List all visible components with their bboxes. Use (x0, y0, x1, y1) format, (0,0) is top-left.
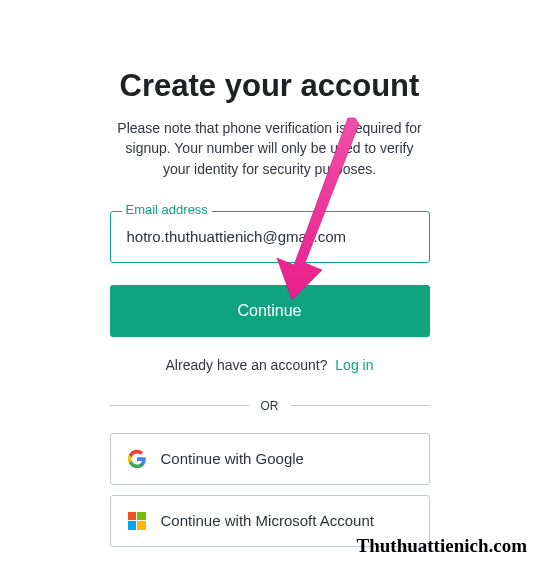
continue-button[interactable]: Continue (110, 285, 430, 337)
page-title: Create your account (110, 68, 430, 104)
google-icon (127, 449, 147, 469)
divider: OR (110, 399, 430, 413)
login-link[interactable]: Log in (335, 357, 373, 373)
divider-line-right (291, 405, 430, 406)
signup-form-container: Create your account Please note that pho… (110, 0, 430, 547)
watermark-text: Thuthuattienich.com (357, 535, 528, 557)
email-input-group: Email address (110, 211, 430, 263)
login-prompt-row: Already have an account? Log in (110, 357, 430, 373)
login-prompt-text: Already have an account? (166, 357, 328, 373)
microsoft-button-label: Continue with Microsoft Account (161, 512, 374, 529)
google-button-label: Continue with Google (161, 450, 304, 467)
page-subtitle: Please note that phone verification is r… (110, 118, 430, 179)
divider-label: OR (249, 399, 291, 413)
email-field[interactable] (110, 211, 430, 263)
microsoft-icon (127, 511, 147, 531)
email-label: Email address (122, 202, 212, 217)
google-signin-button[interactable]: Continue with Google (110, 433, 430, 485)
divider-line-left (110, 405, 249, 406)
